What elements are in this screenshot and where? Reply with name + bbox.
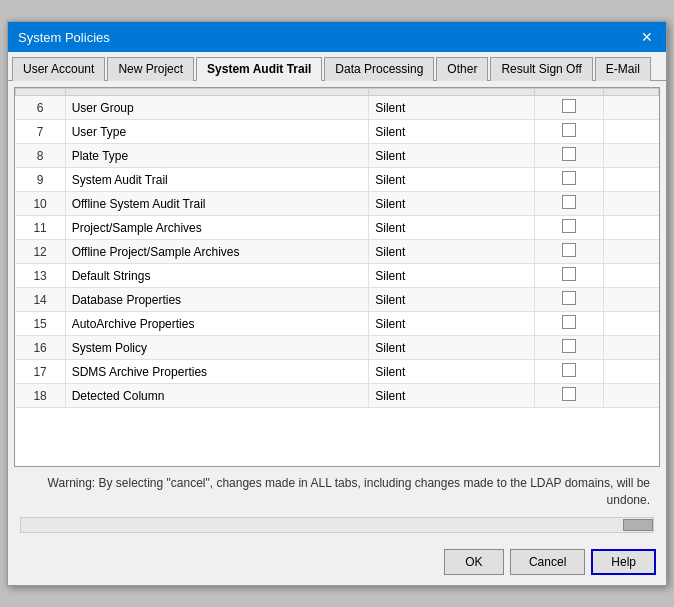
row-policy-name: System Audit Trail: [65, 168, 369, 192]
system-policies-dialog: System Policies ✕ User Account New Proje…: [7, 21, 667, 586]
ok-button[interactable]: OK: [444, 549, 504, 575]
table-row: 13Default StringsSilent: [16, 264, 659, 288]
row-extra: [603, 144, 658, 168]
col-header-mode: [369, 89, 535, 96]
row-extra: [603, 168, 658, 192]
tab-other[interactable]: Other: [436, 57, 488, 81]
dialog-title: System Policies: [18, 30, 110, 45]
row-checkbox[interactable]: [562, 315, 576, 329]
row-checkbox-cell[interactable]: [534, 288, 603, 312]
col-header-name: [65, 89, 369, 96]
table-row: 7User TypeSilent: [16, 120, 659, 144]
row-checkbox[interactable]: [562, 267, 576, 281]
tab-user-account[interactable]: User Account: [12, 57, 105, 81]
row-checkbox[interactable]: [562, 363, 576, 377]
row-checkbox-cell[interactable]: [534, 168, 603, 192]
title-bar: System Policies ✕: [8, 22, 666, 52]
row-checkbox[interactable]: [562, 243, 576, 257]
table-row: 8Plate TypeSilent: [16, 144, 659, 168]
row-number: 18: [16, 384, 66, 408]
tab-bar: User Account New Project System Audit Tr…: [8, 52, 666, 81]
row-policy-name: Project/Sample Archives: [65, 216, 369, 240]
row-mode: Silent: [369, 216, 535, 240]
row-checkbox-cell[interactable]: [534, 216, 603, 240]
policies-table: 6User GroupSilent7User TypeSilent8Plate …: [15, 88, 659, 408]
row-checkbox-cell[interactable]: [534, 240, 603, 264]
tab-new-project[interactable]: New Project: [107, 57, 194, 81]
row-checkbox-cell[interactable]: [534, 120, 603, 144]
row-number: 9: [16, 168, 66, 192]
warning-text: Warning: By selecting "cancel", changes …: [14, 467, 660, 517]
row-number: 17: [16, 360, 66, 384]
row-mode: Silent: [369, 96, 535, 120]
row-checkbox-cell[interactable]: [534, 264, 603, 288]
row-extra: [603, 96, 658, 120]
row-mode: Silent: [369, 144, 535, 168]
row-policy-name: Offline System Audit Trail: [65, 192, 369, 216]
row-mode: Silent: [369, 384, 535, 408]
row-mode: Silent: [369, 264, 535, 288]
row-mode: Silent: [369, 168, 535, 192]
help-button[interactable]: Help: [591, 549, 656, 575]
row-extra: [603, 192, 658, 216]
row-checkbox[interactable]: [562, 219, 576, 233]
table-row: 9System Audit TrailSilent: [16, 168, 659, 192]
row-mode: Silent: [369, 240, 535, 264]
row-checkbox-cell[interactable]: [534, 192, 603, 216]
row-extra: [603, 240, 658, 264]
row-number: 10: [16, 192, 66, 216]
row-checkbox-cell[interactable]: [534, 96, 603, 120]
policies-table-container[interactable]: 6User GroupSilent7User TypeSilent8Plate …: [14, 87, 660, 467]
row-policy-name: SDMS Archive Properties: [65, 360, 369, 384]
row-number: 7: [16, 120, 66, 144]
row-policy-name: Detected Column: [65, 384, 369, 408]
cancel-button[interactable]: Cancel: [510, 549, 585, 575]
row-extra: [603, 384, 658, 408]
row-mode: Silent: [369, 312, 535, 336]
row-checkbox[interactable]: [562, 123, 576, 137]
row-mode: Silent: [369, 360, 535, 384]
row-mode: Silent: [369, 288, 535, 312]
close-button[interactable]: ✕: [638, 28, 656, 46]
row-policy-name: User Type: [65, 120, 369, 144]
table-row: 16System PolicySilent: [16, 336, 659, 360]
row-checkbox[interactable]: [562, 387, 576, 401]
row-policy-name: System Policy: [65, 336, 369, 360]
tab-system-audit-trail[interactable]: System Audit Trail: [196, 57, 322, 81]
row-mode: Silent: [369, 120, 535, 144]
row-mode: Silent: [369, 336, 535, 360]
row-checkbox-cell[interactable]: [534, 384, 603, 408]
col-header-check: [534, 89, 603, 96]
row-extra: [603, 216, 658, 240]
table-row: 12Offline Project/Sample ArchivesSilent: [16, 240, 659, 264]
button-bar: OK Cancel Help: [8, 543, 666, 585]
row-checkbox-cell[interactable]: [534, 360, 603, 384]
row-policy-name: Plate Type: [65, 144, 369, 168]
tab-result-sign-off[interactable]: Result Sign Off: [490, 57, 592, 81]
row-number: 6: [16, 96, 66, 120]
table-row: 10Offline System Audit TrailSilent: [16, 192, 659, 216]
row-checkbox-cell[interactable]: [534, 336, 603, 360]
row-checkbox[interactable]: [562, 195, 576, 209]
table-row: 6User GroupSilent: [16, 96, 659, 120]
row-number: 15: [16, 312, 66, 336]
row-checkbox[interactable]: [562, 171, 576, 185]
row-mode: Silent: [369, 192, 535, 216]
row-checkbox-cell[interactable]: [534, 312, 603, 336]
row-extra: [603, 120, 658, 144]
row-policy-name: User Group: [65, 96, 369, 120]
row-checkbox[interactable]: [562, 99, 576, 113]
row-number: 12: [16, 240, 66, 264]
row-checkbox[interactable]: [562, 147, 576, 161]
row-checkbox[interactable]: [562, 339, 576, 353]
row-number: 8: [16, 144, 66, 168]
row-policy-name: Offline Project/Sample Archives: [65, 240, 369, 264]
row-checkbox-cell[interactable]: [534, 144, 603, 168]
tab-email[interactable]: E-Mail: [595, 57, 651, 81]
row-checkbox[interactable]: [562, 291, 576, 305]
table-row: 17SDMS Archive PropertiesSilent: [16, 360, 659, 384]
tab-data-processing[interactable]: Data Processing: [324, 57, 434, 81]
row-policy-name: Database Properties: [65, 288, 369, 312]
horizontal-scrollbar[interactable]: [20, 517, 654, 533]
row-number: 16: [16, 336, 66, 360]
